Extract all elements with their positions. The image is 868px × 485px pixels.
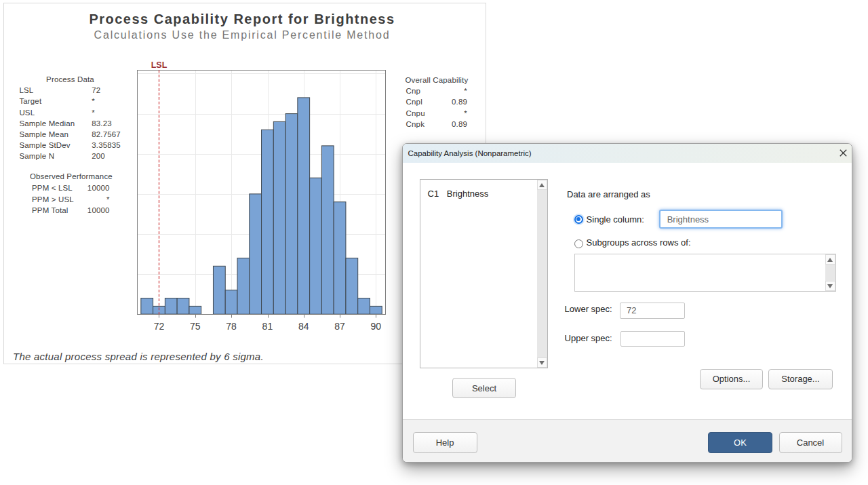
- svg-text:81: 81: [262, 321, 273, 332]
- svg-text:90: 90: [371, 321, 382, 332]
- svg-text:78: 78: [226, 321, 237, 332]
- svg-text:84: 84: [298, 321, 309, 332]
- svg-text:75: 75: [190, 321, 201, 332]
- svg-text:LSL: LSL: [151, 60, 167, 70]
- svg-text:72: 72: [154, 321, 165, 332]
- svg-text:87: 87: [334, 321, 345, 332]
